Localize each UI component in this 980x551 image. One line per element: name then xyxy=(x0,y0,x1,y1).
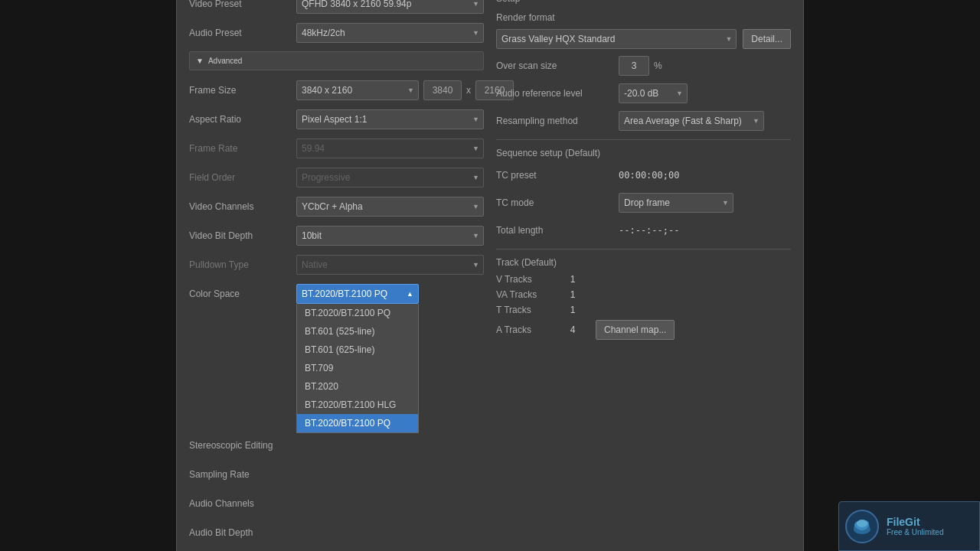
tc-preset-value: 00:00:00;00 xyxy=(619,170,791,181)
field-order-row: Field Order Progressive xyxy=(189,167,484,188)
video-bit-depth-label: Video Bit Depth xyxy=(189,230,296,241)
overscan-label: Over scan size xyxy=(496,60,619,71)
audio-preset-select[interactable]: 48kHz/2ch xyxy=(296,23,484,43)
aspect-ratio-label: Aspect Ratio xyxy=(189,114,296,125)
tc-mode-select-wrapper: Drop frame xyxy=(619,193,733,213)
t-tracks-row: T Tracks 1 xyxy=(496,305,791,315)
audio-preset-select-wrapper: 48kHz/2ch xyxy=(296,23,484,43)
color-space-option-5[interactable]: BT.2020/BT.2100 HLG xyxy=(297,396,418,414)
sampling-rate-label: Sampling Rate xyxy=(189,469,296,480)
va-tracks-value: 1 xyxy=(557,289,588,300)
tc-preset-row: TC preset 00:00:00;00 xyxy=(496,165,791,186)
a-tracks-row: A Tracks 4 Channel map... xyxy=(496,320,791,340)
t-tracks-label: T Tracks xyxy=(496,305,557,315)
color-space-selected[interactable]: BT.2020/BT.2100 PQ ▲ xyxy=(296,284,419,304)
t-tracks-value: 1 xyxy=(557,305,588,315)
video-channels-label: Video Channels xyxy=(189,201,296,212)
frame-rate-label: Frame Rate xyxy=(189,143,296,154)
frame-size-row: Frame Size 3840 x 2160 x xyxy=(189,80,484,101)
track-section-title: Track (Default) xyxy=(496,257,791,268)
video-preset-row: Video Preset QFHD 3840 x 2160 59.94p xyxy=(189,0,484,15)
audio-channels-label: Audio Channels xyxy=(189,498,296,509)
resampling-label: Resampling method xyxy=(496,116,619,126)
sampling-rate-row: Sampling Rate xyxy=(189,464,484,485)
detail-button[interactable]: Detail... xyxy=(743,29,791,49)
frame-width-input[interactable] xyxy=(423,80,462,100)
color-space-option-4[interactable]: BT.2020 xyxy=(297,377,418,396)
resampling-select[interactable]: Area Average (Fast & Sharp) xyxy=(619,111,764,131)
project-settings-dialog: Project Settings × Video Preset QFHD 384… xyxy=(176,0,804,551)
tc-mode-select[interactable]: Drop frame xyxy=(619,193,733,213)
stereoscopic-label: Stereoscopic Editing xyxy=(189,440,296,451)
audio-ref-control: -20.0 dB xyxy=(619,83,688,103)
pulldown-type-select[interactable]: Native xyxy=(296,255,484,275)
setup-section-title: Setup xyxy=(496,0,791,4)
tc-mode-row: TC mode Drop frame xyxy=(496,192,791,214)
svg-point-6 xyxy=(857,520,867,527)
video-channels-select[interactable]: YCbCr + Alpha xyxy=(296,197,484,217)
total-length-row: Total length --:--:--;-- xyxy=(496,220,791,241)
watermark-logo xyxy=(845,510,879,543)
video-preset-select[interactable]: QFHD 3840 x 2160 59.94p xyxy=(296,0,484,14)
pulldown-type-select-wrapper: Native xyxy=(296,255,484,275)
frame-size-separator: x xyxy=(466,85,471,96)
channel-map-button[interactable]: Channel map... xyxy=(596,320,675,340)
v-tracks-value: 1 xyxy=(557,274,588,285)
color-space-option-2[interactable]: BT.601 (625-line) xyxy=(297,341,418,359)
video-preset-select-wrapper: QFHD 3840 x 2160 59.94p xyxy=(296,0,484,14)
audio-preset-row: Audio Preset 48kHz/2ch xyxy=(189,22,484,44)
color-space-option-0[interactable]: BT.2020/BT.2100 PQ xyxy=(297,304,418,322)
frame-rate-select[interactable]: 59.94 xyxy=(296,139,484,158)
tc-preset-label: TC preset xyxy=(496,170,619,181)
stereoscopic-row: Stereoscopic Editing xyxy=(189,435,484,456)
a-tracks-label: A Tracks xyxy=(496,324,557,335)
color-space-row: Color Space BT.2020/BT.2100 PQ ▲ BT.2020… xyxy=(189,283,484,305)
color-space-dropdown: BT.2020/BT.2100 PQ ▲ BT.2020/BT.2100 PQ … xyxy=(296,284,484,304)
va-tracks-row: VA Tracks 1 xyxy=(496,289,791,300)
render-format-label: Render format xyxy=(496,12,555,23)
color-space-option-3[interactable]: BT.709 xyxy=(297,359,418,377)
frame-size-select[interactable]: 3840 x 2160 xyxy=(296,80,419,100)
watermark-cloud-icon xyxy=(851,516,873,537)
v-tracks-row: V Tracks 1 xyxy=(496,274,791,285)
color-space-label: Color Space xyxy=(189,289,296,299)
audio-ref-label: Audio reference level xyxy=(496,88,619,99)
video-bit-depth-row: Video Bit Depth 10bit xyxy=(189,225,484,246)
color-space-option-6[interactable]: BT.2020/BT.2100 PQ xyxy=(297,414,418,432)
audio-ref-row: Audio reference level -20.0 dB xyxy=(496,83,791,104)
watermark-text: FileGit Free & Unlimited xyxy=(887,516,943,536)
color-space-option-1[interactable]: BT.601 (525-line) xyxy=(297,322,418,341)
video-preset-label: Video Preset xyxy=(189,0,296,9)
advanced-arrow: ▼ xyxy=(196,57,204,65)
dialog-body: Video Preset QFHD 3840 x 2160 59.94p Aud… xyxy=(177,0,803,551)
sequence-section-title: Sequence setup (Default) xyxy=(496,148,791,158)
watermark-sub: Free & Unlimited xyxy=(887,528,943,536)
frame-size-label: Frame Size xyxy=(189,85,296,96)
render-format-select[interactable]: Grass Valley HQX Standard xyxy=(496,29,737,49)
a-tracks-value: 4 xyxy=(557,324,588,335)
pulldown-type-row: Pulldown Type Native xyxy=(189,254,484,276)
resampling-row: Resampling method Area Average (Fast & S… xyxy=(496,110,791,132)
overscan-unit: % xyxy=(654,60,662,71)
color-space-arrow-icon: ▲ xyxy=(407,290,413,298)
field-order-label: Field Order xyxy=(189,172,296,183)
video-bit-depth-select[interactable]: 10bit xyxy=(296,226,484,246)
frame-rate-row: Frame Rate 59.94 xyxy=(189,138,484,159)
video-bit-depth-select-wrapper: 10bit xyxy=(296,226,484,246)
color-space-list: BT.2020/BT.2100 PQ BT.601 (525-line) BT.… xyxy=(296,304,419,433)
audio-preset-label: Audio Preset xyxy=(189,28,296,38)
audio-ref-select[interactable]: -20.0 dB xyxy=(619,83,688,103)
advanced-toggle[interactable]: ▼ Advanced xyxy=(189,51,484,70)
aspect-ratio-select[interactable]: Pixel Aspect 1:1 xyxy=(296,109,484,129)
video-channels-row: Video Channels YCbCr + Alpha xyxy=(189,196,484,217)
pulldown-type-label: Pulldown Type xyxy=(189,259,296,270)
total-length-value: --:--:--;-- xyxy=(619,225,791,236)
v-tracks-label: V Tracks xyxy=(496,274,557,285)
overscan-row: Over scan size % xyxy=(496,55,791,77)
frame-size-control: 3840 x 2160 x xyxy=(296,80,514,100)
field-order-select[interactable]: Progressive xyxy=(296,168,484,187)
total-length-label: Total length xyxy=(496,225,619,236)
field-order-select-wrapper: Progressive xyxy=(296,168,484,187)
render-format-select-wrapper: Grass Valley HQX Standard xyxy=(496,29,737,49)
overscan-input[interactable] xyxy=(619,56,649,76)
